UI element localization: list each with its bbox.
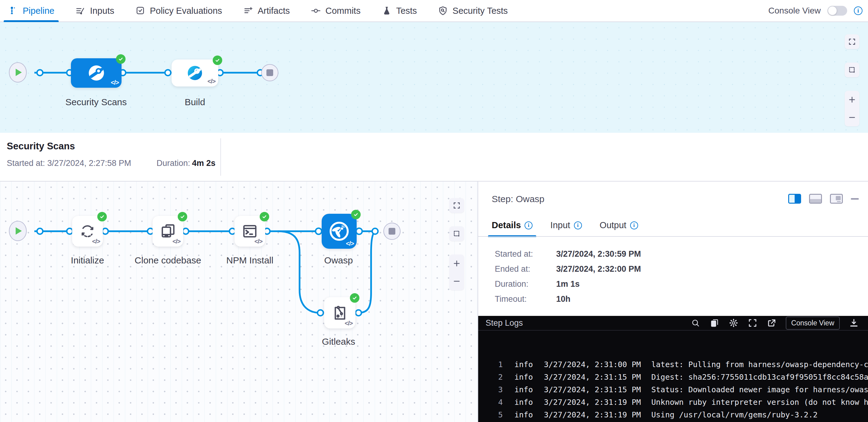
console-view-toggle[interactable] <box>828 6 847 15</box>
step-canvas-controls <box>450 198 464 290</box>
commits-icon <box>311 5 321 16</box>
tab-label: Input <box>550 220 570 230</box>
fullscreen-icon[interactable] <box>748 318 757 328</box>
fullscreen-icon <box>848 38 856 46</box>
bottom-view-button[interactable] <box>809 194 822 204</box>
step-logs-panel: Step Logs Console View 1info3/27/2024, 2… <box>478 316 868 422</box>
stage-node-build[interactable]: </> <box>172 60 218 87</box>
tab-commits[interactable]: Commits <box>311 0 360 22</box>
tabs-divider <box>478 236 868 237</box>
code-badge: </> <box>173 238 181 245</box>
tab-policy-evaluations[interactable]: Policy Evaluations <box>135 0 222 22</box>
clone-codebase-icon <box>159 222 177 240</box>
download-icon[interactable] <box>849 318 859 328</box>
output-info-icon[interactable]: i <box>630 221 638 229</box>
log-line: 3info3/27/2024, 2:31:15 PMStatus: Downlo… <box>491 383 868 396</box>
step-label[interactable]: Initialize <box>71 255 104 266</box>
step-logs-title: Step Logs <box>486 318 523 328</box>
code-badge: </> <box>254 238 262 245</box>
bottom-view-icon <box>810 199 821 203</box>
stage-canvas-controls <box>845 34 859 126</box>
zoom-out-icon[interactable] <box>848 113 856 122</box>
tab-details[interactable]: Details i <box>492 220 532 237</box>
step-details-list: Started at:3/27/2024, 2:30:59 PM Ended a… <box>495 249 641 304</box>
step-node-initialize[interactable]: </> <box>72 216 103 247</box>
success-badge <box>351 210 361 219</box>
stage-started-at: Started at: 3/27/2024, 2:27:58 PM <box>7 159 131 168</box>
success-badge <box>178 212 187 221</box>
step-start-node[interactable] <box>9 221 27 241</box>
canvas-fullscreen-button[interactable] <box>845 34 859 49</box>
tab-input[interactable]: Input i <box>550 220 582 237</box>
marquee-select-icon <box>848 66 856 74</box>
tab-label: Security Tests <box>453 6 508 16</box>
zoom-in-icon[interactable] <box>453 259 461 267</box>
step-graph-canvas[interactable]: </> Initialize </> Clone codebase </> NP… <box>0 182 477 422</box>
console-view-button[interactable]: Console View <box>786 317 840 330</box>
tab-inputs[interactable]: Inputs <box>75 0 114 22</box>
tests-icon <box>381 5 392 16</box>
tab-output[interactable]: Output i <box>600 220 638 237</box>
panel-view-controls <box>788 194 859 204</box>
console-view-info-icon[interactable]: i <box>854 6 863 15</box>
canvas-select-button[interactable] <box>450 226 464 241</box>
nav-right-controls: Console View i <box>768 6 863 15</box>
step-node-owasp[interactable]: </> <box>322 214 356 249</box>
step-node-npm-install[interactable]: </> <box>235 216 265 247</box>
split-view-button[interactable] <box>788 194 801 204</box>
canvas-fullscreen-button[interactable] <box>450 198 464 213</box>
search-icon[interactable] <box>691 318 701 328</box>
input-info-icon[interactable]: i <box>574 221 582 229</box>
nav-tabs: Pipeline Inputs Policy Evaluations Artif… <box>8 0 508 22</box>
canvas-select-button[interactable] <box>845 63 859 77</box>
tab-security-tests[interactable]: Security Tests <box>438 0 508 22</box>
copy-icon[interactable] <box>710 318 719 328</box>
step-node-gitleaks[interactable]: </> <box>324 297 355 328</box>
stage-start-node[interactable] <box>9 62 27 83</box>
stage-summary-band: Security Scans Started at: 3/27/2024, 2:… <box>0 133 868 182</box>
stage-label[interactable]: Build <box>185 97 205 107</box>
initialize-icon <box>79 222 96 240</box>
gitleaks-icon <box>331 304 349 322</box>
log-line: 5info3/27/2024, 2:31:19 PMUsing /usr/loc… <box>491 409 868 421</box>
tab-label: Policy Evaluations <box>150 6 222 16</box>
tab-pipeline[interactable]: Pipeline <box>8 0 54 22</box>
zoom-out-icon[interactable] <box>453 277 461 285</box>
floating-view-button[interactable] <box>830 194 843 204</box>
inputs-icon <box>75 5 86 16</box>
tab-tests[interactable]: Tests <box>381 0 417 22</box>
step-label[interactable]: Owasp <box>324 255 353 266</box>
settings-icon[interactable] <box>728 318 739 328</box>
step-logs-output[interactable]: 1info3/27/2024, 2:31:00 PMlatest: Pullin… <box>478 331 868 422</box>
detail-row: Duration:1m 1s <box>495 279 641 289</box>
step-label[interactable]: Gitleaks <box>322 336 355 347</box>
zoom-in-icon[interactable] <box>848 96 856 104</box>
success-badge <box>97 212 107 221</box>
stage-end-node[interactable] <box>261 64 278 81</box>
step-logs-toolbar: Step Logs Console View <box>478 316 868 331</box>
stop-icon <box>267 69 273 76</box>
success-badge <box>260 212 269 221</box>
minimize-panel-button[interactable] <box>851 198 859 200</box>
detail-row: Started at:3/27/2024, 2:30:59 PM <box>495 249 641 259</box>
build-stage-icon <box>185 63 205 83</box>
stage-label[interactable]: Security Scans <box>65 97 127 107</box>
step-node-clone-codebase[interactable]: </> <box>153 216 183 247</box>
step-label[interactable]: NPM Install <box>226 255 273 266</box>
play-icon <box>16 227 22 235</box>
artifacts-icon <box>243 5 253 16</box>
stage-node-security-scans[interactable]: </> <box>71 58 122 88</box>
tab-artifacts[interactable]: Artifacts <box>243 0 290 22</box>
open-in-new-icon[interactable] <box>767 318 777 328</box>
stage-graph-canvas[interactable]: </> Security Scans </> Build <box>0 22 868 133</box>
step-label[interactable]: Clone codebase <box>135 255 202 266</box>
details-info-icon[interactable]: i <box>525 221 532 229</box>
marquee-select-icon <box>453 230 461 238</box>
log-line: 4info3/27/2024, 2:31:19 PMUnknown ruby i… <box>491 396 868 409</box>
log-line: 1info3/27/2024, 2:31:00 PMlatest: Pullin… <box>491 358 868 371</box>
tab-label: Inputs <box>90 6 114 16</box>
stage-duration: Duration:4m 2s <box>157 159 215 168</box>
step-end-node[interactable] <box>383 223 401 240</box>
code-badge: </> <box>345 320 353 327</box>
fullscreen-icon <box>453 201 461 209</box>
